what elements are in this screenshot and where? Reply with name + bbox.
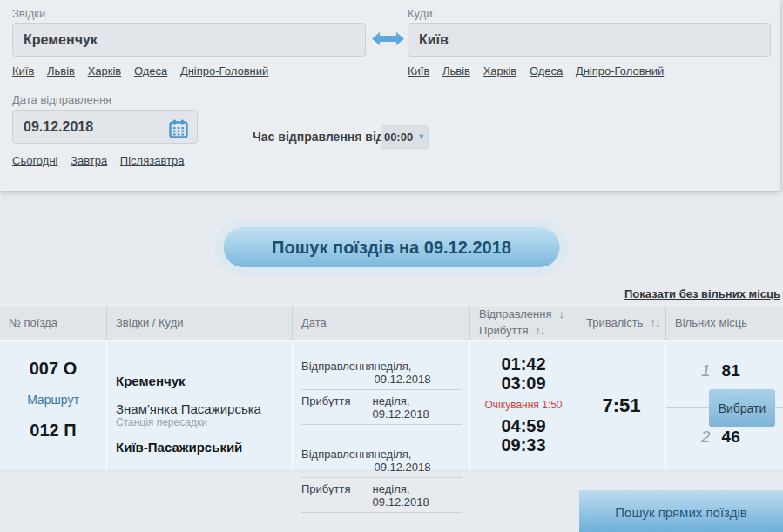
header-date: Дата xyxy=(293,306,470,340)
date-quick-link-today[interactable]: Сьогодні xyxy=(12,154,57,167)
leg2-arrival-row: Прибуття неділя, 09.12.2018 xyxy=(301,478,462,513)
seat-class-1: 1 81 xyxy=(701,361,740,380)
date-label: Дата відправлення xyxy=(12,93,111,106)
date-quick-link-after-tomorrow[interactable]: Післязавтра xyxy=(120,154,185,167)
calendar-icon[interactable] xyxy=(169,118,188,150)
header-train-number: № поїзда xyxy=(0,306,107,340)
sort-both-icon: ↑↓ xyxy=(535,324,544,337)
search-direct-trains-button[interactable]: Пошук прямих поїздів xyxy=(579,490,783,532)
station-to: Київ-Пасажирський xyxy=(116,440,292,455)
swap-directions-icon[interactable] xyxy=(372,31,404,46)
from-quick-link[interactable]: Львів xyxy=(47,64,75,77)
train-number-1: 007 О xyxy=(30,359,77,379)
date-value: 09.12.2018 xyxy=(24,119,93,134)
seat-class-2: 2 46 xyxy=(701,428,740,447)
search-trains-button-label: Пошук поїздів на 09.12.2018 xyxy=(223,227,560,267)
seat-count: 81 xyxy=(722,361,740,380)
from-quick-link[interactable]: Дніпро-Головний xyxy=(180,64,268,77)
leg1-arrival-date: неділя, 09.12.2018 xyxy=(373,394,462,421)
date-input[interactable]: 09.12.2018 xyxy=(12,110,198,144)
from-quick-link[interactable]: Київ xyxy=(12,64,34,77)
leg2-departure-time: 04:59 xyxy=(501,416,545,435)
to-quick-link[interactable]: Львів xyxy=(442,64,470,77)
header-departure-arrival[interactable]: Відправлення↓ Прибуття↑↓ xyxy=(470,306,577,340)
seat-count: 46 xyxy=(722,428,740,447)
leg2-departure-row: Відправлення неділя, 09.12.2018 xyxy=(301,443,462,478)
header-free-seats: Вільних місць xyxy=(666,306,783,340)
leg1-departure-time: 01:42 xyxy=(501,354,545,374)
from-input[interactable]: Кременчук xyxy=(12,23,366,57)
search-trains-button[interactable]: Пошук поїздів на 09.12.2018 xyxy=(214,219,569,276)
leg2-arrival-time: 09:33 xyxy=(501,435,545,455)
leg1-arrival-row: Прибуття неділя, 09.12.2018 xyxy=(301,390,462,425)
station-transfer: Знам'янка Пасажирська xyxy=(116,401,292,416)
time-from-label: Час відправлення від xyxy=(253,130,384,144)
time-from-select[interactable]: 00:00 ▼ xyxy=(381,125,429,149)
seat-class-number: 2 xyxy=(701,428,711,447)
from-quick-links: Київ Львів Харків Одеса Дніпро-Головний xyxy=(12,64,278,77)
to-quick-links: Київ Львів Харків Одеса Дніпро-Головний xyxy=(408,64,673,77)
leg1-arrival-time: 03:09 xyxy=(501,374,545,393)
transfer-note: Станція пересадки xyxy=(116,416,292,428)
leg2-arrival-date: неділя, 09.12.2018 xyxy=(373,482,462,508)
sort-both-icon: ↑↓ xyxy=(650,316,659,329)
cell-duration: 7:51 xyxy=(577,341,666,470)
sort-desc-icon: ↓ xyxy=(558,307,564,320)
to-quick-link[interactable]: Дніпро-Головний xyxy=(576,64,664,77)
table-row: 007 О Маршрут 012 П Кременчук Знам'янка … xyxy=(0,341,783,471)
to-quick-link[interactable]: Київ xyxy=(408,64,429,77)
to-label: Куди xyxy=(408,7,433,20)
from-quick-link[interactable]: Одеса xyxy=(134,64,167,77)
header-from-to: Звідки / Куди xyxy=(107,306,293,340)
cell-stations: Кременчук Знам'янка Пасажирська Станція … xyxy=(107,341,293,470)
chevron-down-icon: ▼ xyxy=(417,133,425,141)
header-duration[interactable]: Тривалість↑↓ xyxy=(577,306,666,340)
to-quick-link[interactable]: Одеса xyxy=(530,64,563,77)
to-input[interactable]: Київ xyxy=(408,23,771,57)
leg1-departure-row: Відправлення неділя, 09.12.2018 xyxy=(301,355,462,390)
show-without-seats-link[interactable]: Показати без вільних місць xyxy=(624,287,780,300)
route-link[interactable]: Маршрут xyxy=(27,393,79,407)
leg1-dates: Відправлення неділя, 09.12.2018 Прибуття… xyxy=(301,355,469,425)
train-search-page: Звідки Кременчук Куди Київ Київ Львів Ха… xyxy=(0,0,783,532)
cell-times: 01:42 03:09 Очікування 1:50 04:59 09:33 xyxy=(470,341,577,470)
leg2-departure-date: неділя, 09.12.2018 xyxy=(374,448,462,474)
leg1-departure-date: неділя, 09.12.2018 xyxy=(374,360,462,386)
date-quick-links: Сьогодні Завтра Післязавтра xyxy=(12,154,193,167)
from-quick-link[interactable]: Харків xyxy=(88,64,122,77)
station-from: Кременчук xyxy=(116,374,292,388)
header-departure[interactable]: Відправлення↓ xyxy=(479,306,564,323)
date-quick-link-tomorrow[interactable]: Завтра xyxy=(71,154,107,167)
cell-seats: 1 81 Вибрати 2 46 xyxy=(666,341,783,470)
leg2-dates: Відправлення неділя, 09.12.2018 Прибуття… xyxy=(301,443,469,513)
results-table-header: № поїзда Звідки / Куди Дата Відправлення… xyxy=(0,305,783,341)
train-number-2: 012 П xyxy=(30,421,76,441)
search-form-panel: Звідки Кременчук Куди Київ Київ Львів Ха… xyxy=(0,0,780,191)
select-button[interactable]: Вибрати xyxy=(709,389,775,427)
seat-class-number: 1 xyxy=(701,361,711,380)
to-quick-link[interactable]: Харків xyxy=(483,64,517,77)
header-arrival[interactable]: Прибуття↑↓ xyxy=(479,323,544,340)
wait-note: Очікування 1:50 xyxy=(485,399,563,411)
time-from-value: 00:00 xyxy=(384,131,413,144)
cell-train-numbers: 007 О Маршрут 012 П xyxy=(0,341,107,470)
from-label: Звідки xyxy=(12,7,45,20)
cell-dates: Відправлення неділя, 09.12.2018 Прибуття… xyxy=(293,341,470,470)
results-table: № поїзда Звідки / Куди Дата Відправлення… xyxy=(0,305,783,471)
duration-value: 7:51 xyxy=(602,394,640,417)
